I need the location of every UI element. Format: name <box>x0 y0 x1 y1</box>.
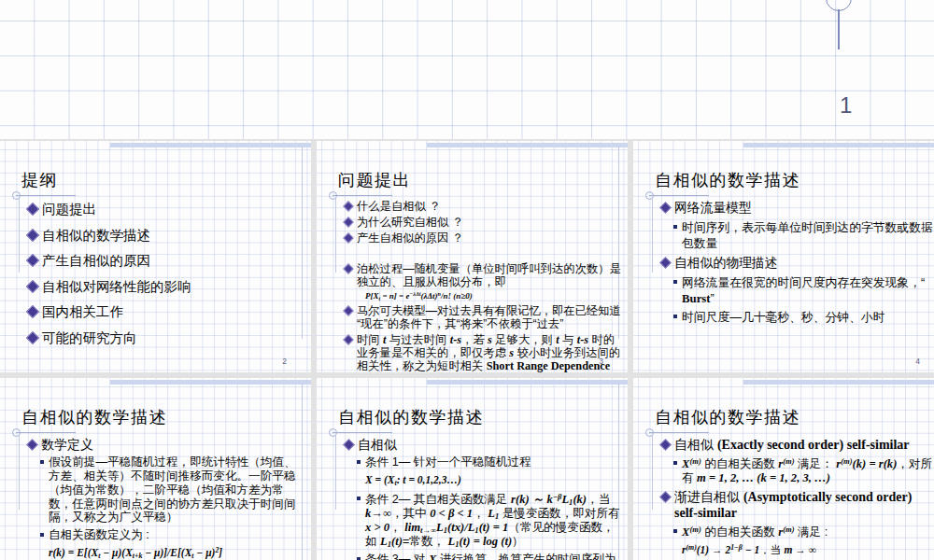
bullet-item: 为什么研究自相似 ？ <box>345 216 621 229</box>
item-text: X(m) 的自相关函数 r(m) 满足 : <box>682 525 828 539</box>
diamond-bullet-icon <box>343 439 355 451</box>
item-text: 数学定义 <box>41 437 93 452</box>
slide-thumbnail-2[interactable]: 提纲2问题提出自相似的数学描述产生自相似的原因自相似对网络性能的影响国内相关工作… <box>0 141 311 372</box>
diamond-bullet-icon <box>26 254 39 267</box>
slide-left-rule <box>19 435 20 510</box>
spacer <box>345 247 621 262</box>
square-bullet-icon <box>673 315 677 318</box>
item-text: 问题提出 <box>42 200 96 219</box>
bullet-item: 条件 2— 其自相关函数满足 r(k) ～ k−βL1(k)，当 k→∞，其中 … <box>357 492 621 549</box>
bullet-item: 自相关函数定义为 : <box>40 528 304 542</box>
bullet-item: 网络流量在很宽的时间尺度内存在突发现象，“ Burst” <box>673 275 934 306</box>
item-text: r(m)(1) → 21−β − 1，当 m → ∞ <box>682 543 816 558</box>
diamond-bullet-icon <box>659 257 672 269</box>
slide-left-rule <box>335 435 336 510</box>
bullet-item: 假设前提—平稳随机过程，即统计特性（均值、方差、相关等）不随时间推移而变化。一阶… <box>40 455 304 525</box>
title-underline <box>333 432 392 433</box>
slide-left-rule <box>652 435 653 510</box>
slide-page-number: 4 <box>915 357 920 366</box>
bullet-item: 条件 3— 对 X 进行换算，换算产生的时间序列为 X <box>357 553 621 560</box>
slide-top-band <box>110 380 311 385</box>
slide-thumbnail-3[interactable]: 问题提出3什么是自相似 ？为什么研究自相似 ？产生自相似的原因 ？泊松过程—随机… <box>317 141 628 372</box>
square-bullet-icon <box>673 225 677 229</box>
slide-thumbnail-5[interactable]: 自相似的数学描述数学定义假设前提—平稳随机过程，即统计特性（均值、方差、相关等）… <box>0 378 311 560</box>
bullet-item: 自相似 (Exactly second order) self-similar <box>661 437 934 453</box>
diamond-bullet-icon <box>26 439 38 451</box>
bullet-item: 可能的研究方向 <box>28 329 304 348</box>
bullet-item: 自相似的数学描述 <box>28 226 304 245</box>
slide-1-preview[interactable]: 1 <box>0 0 934 139</box>
item-text: 自相似 (Exactly second order) self-similar <box>674 437 910 453</box>
slide-top-band <box>427 380 628 385</box>
item-text: 网络流量在很宽的时间尺度内存在突发现象，“ Burst” <box>682 275 934 306</box>
slide-body: 问题提出自相似的数学描述产生自相似的原因自相似对网络性能的影响国内相关工作可能的… <box>28 200 304 354</box>
bullet-item: r(k) = E[(Xt − μ)(Xt+k − μ)]/E[(Xt − μ)2… <box>49 546 304 560</box>
diamond-bullet-icon <box>343 306 353 316</box>
title-underline <box>649 195 709 196</box>
bullet-item: 时间序列，表示每单位时间到达的字节数或数据包数量 <box>673 220 934 251</box>
slide-body: 什么是自相似 ？为什么研究自相似 ？产生自相似的原因 ？泊松过程—随机变量（单位… <box>345 200 621 372</box>
square-bullet-icon <box>673 529 677 533</box>
bullet-item: X = (Xt: t = 0,1,2,3…) <box>365 473 621 489</box>
bullet-item: 时间 t 与过去时间 t-s，若 s 足够大，则 t 与 t-s 时的业务量是不… <box>345 333 621 372</box>
diamond-bullet-icon <box>343 335 353 345</box>
item-text: 时间 t 与过去时间 t-s，若 s 足够大，则 t 与 t-s 时的业务量是不… <box>357 333 621 372</box>
item-text: 条件 2— 其自相关函数满足 r(k) ～ k−βL1(k)，当 k→∞，其中 … <box>365 492 621 549</box>
item-text: 自相似的物理描述 <box>674 255 777 272</box>
bullet-item: 泊松过程—随机变量（单位时间呼叫到达的次数）是独立的、且服从相似分布，即 <box>345 262 621 288</box>
diamond-bullet-icon <box>343 217 353 227</box>
item-text: 自相似 <box>358 437 397 452</box>
item-text: 网络流量模型 <box>674 200 752 217</box>
diamond-bullet-icon <box>659 439 672 451</box>
item-text: 可能的研究方向 <box>42 329 137 348</box>
title-underline <box>16 432 76 433</box>
item-text: 条件 1— 针对一个平稳随机过程 <box>365 455 531 469</box>
slide-top-band <box>427 143 628 147</box>
slide-left-rule <box>19 198 20 273</box>
bullet-item: P[Xt = n] = e−λΔt(λΔt)n/n! (n≥0) <box>365 291 621 302</box>
bullet-item: 产生自相似的原因 <box>28 251 304 271</box>
square-bullet-icon <box>40 533 44 537</box>
slide-title: 自相似的数学描述 <box>655 169 934 191</box>
item-text: 时间尺度—几十毫秒、秒、分钟、小时 <box>682 310 885 326</box>
title-underline <box>16 195 76 196</box>
item-text: P[Xt = n] = e−λΔt(λΔt)n/n! (n≥0) <box>365 291 473 302</box>
slide-top-band <box>743 143 934 147</box>
slide-1-page-number: 1 <box>840 92 852 119</box>
item-text: 假设前提—平稳随机过程，即统计特性（均值、方差、相关等）不随时间推移而变化。一阶… <box>49 455 304 525</box>
bullet-item: 什么是自相似 ？ <box>345 200 621 213</box>
item-text: 时间序列，表示每单位时间到达的字节数或数据包数量 <box>682 220 934 251</box>
diamond-bullet-icon <box>343 201 353 211</box>
slide-thumbnail-4[interactable]: 自相似的数学描述4网络流量模型时间序列，表示每单位时间到达的字节数或数据包数量自… <box>633 141 934 372</box>
bullet-item: 问题提出 <box>28 200 304 219</box>
square-bullet-icon <box>357 497 361 500</box>
item-text: 泊松过程—随机变量（单位时间呼叫到达的次数）是独立的、且服从相似分布，即 <box>357 262 621 288</box>
diamond-bullet-icon <box>26 203 39 216</box>
slide-thumbnail-6[interactable]: 自相似的数学描述自相似条件 1— 针对一个平稳随机过程X = (Xt: t = … <box>317 378 628 560</box>
slide-title: 问题提出 <box>338 169 618 191</box>
bullet-item: 数学定义 <box>28 437 304 452</box>
item-text: 自相关函数定义为 : <box>49 528 149 542</box>
item-text: 自相似对网络性能的影响 <box>42 277 191 297</box>
item-text: 渐进自相似 (Asymptotically second order) self… <box>674 489 934 522</box>
bullet-item: 自相似对网络性能的影响 <box>28 277 304 297</box>
bullet-item: 条件 1— 针对一个平稳随机过程 <box>357 455 621 469</box>
slide-title: 自相似的数学描述 <box>21 406 302 428</box>
slide-title: 自相似的数学描述 <box>338 406 618 428</box>
bullet-item: 时间尺度—几十毫秒、秒、分钟、小时 <box>673 310 934 326</box>
diamond-bullet-icon <box>26 305 39 318</box>
item-text: 什么是自相似 ？ <box>357 200 441 213</box>
bullet-item: 马尔可夫模型—对过去具有有限记忆，即在已经知道“现在”的条件下，其“将来”不依赖… <box>345 304 621 330</box>
item-text: r(k) = E[(Xt − μ)(Xt+k − μ)]/E[(Xt − μ)2… <box>49 546 222 560</box>
slide-left-rule <box>335 198 336 273</box>
slide-thumbnail-7[interactable]: 自相似的数学描述自相似 (Exactly second order) self-… <box>633 378 934 560</box>
title-underline <box>649 432 709 433</box>
bullet-item: 网络流量模型 <box>661 200 934 217</box>
diamond-bullet-icon <box>659 491 672 503</box>
square-bullet-icon <box>673 280 677 284</box>
slide-left-rule <box>652 198 653 273</box>
slide-body: 自相似条件 1— 针对一个平稳随机过程X = (Xt: t = 0,1,2,3…… <box>345 437 621 560</box>
diamond-bullet-icon <box>26 280 39 293</box>
slide-title: 提纲 <box>21 169 302 191</box>
bullet-item: X(m) 的自相关函数 r(m) 满足： r(m)(k) = r(k)，对所有 … <box>673 456 934 484</box>
